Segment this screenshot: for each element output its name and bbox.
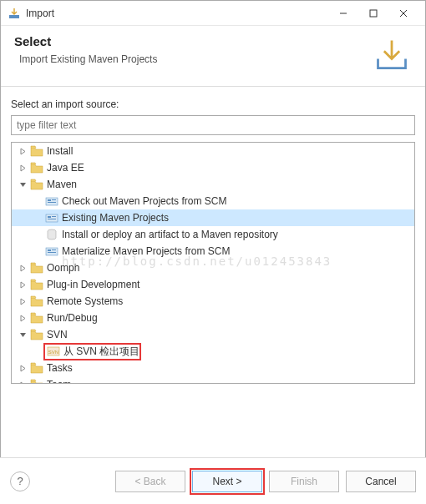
button-bar: ? < Back Next > Finish Cancel (0, 457, 426, 504)
chevron-right-icon[interactable] (17, 379, 28, 384)
tree-item-label: Remote Systems (47, 295, 123, 307)
import-source-tree[interactable]: InstallJava EEMavenCheck out Maven Proje… (11, 142, 415, 384)
tree-item[interactable]: Run/Debug (12, 310, 414, 326)
folder-icon (30, 329, 43, 340)
svg-rect-5 (46, 198, 58, 205)
tree-item-label: 从 SVN 检出项目 (63, 345, 139, 359)
folder-icon (30, 362, 43, 374)
wizard-content: Select an import source: InstallJava EEM… (1, 87, 425, 391)
tree-item-label: Materialize Maven Projects from SCM (62, 245, 230, 257)
svg-rect-14 (46, 248, 58, 255)
tree-item[interactable]: Materialize Maven Projects from SCM (12, 243, 414, 260)
tree-item[interactable]: SVN (12, 326, 414, 343)
window-title: Import (26, 8, 328, 19)
folder-icon (30, 279, 43, 290)
close-button[interactable] (388, 2, 418, 25)
source-label: Select an import source: (11, 98, 415, 110)
tree-item-label: Java EE (47, 162, 84, 174)
scm-icon (45, 195, 58, 207)
window-titlebar: Import (1, 1, 425, 26)
import-banner-icon (372, 34, 412, 74)
tree-item[interactable]: Team (12, 376, 414, 384)
folder-icon (30, 162, 43, 174)
folder-icon (30, 179, 43, 190)
tree-item[interactable]: Check out Maven Projects from SCM (12, 193, 414, 209)
import-wizard-icon (8, 7, 21, 20)
chevron-down-icon[interactable] (17, 329, 28, 340)
chevron-down-icon[interactable] (17, 179, 28, 190)
folder-icon (30, 379, 43, 384)
tree-item[interactable]: Existing Maven Projects (12, 209, 414, 226)
tree-item-label: Install (47, 145, 73, 157)
maximize-button[interactable] (358, 2, 388, 25)
tree-item-label: Maven (47, 179, 77, 190)
tree-item[interactable]: Plug-in Development (12, 276, 414, 293)
chevron-right-icon[interactable] (17, 279, 28, 290)
page-title: Select (14, 34, 157, 48)
jar-icon (45, 229, 58, 240)
tree-item-label: Run/Debug (47, 312, 98, 324)
filter-input[interactable] (11, 115, 415, 135)
tree-item-label: Oomph (47, 262, 79, 274)
tree-item-label: Tasks (47, 362, 73, 374)
scm-icon (45, 212, 58, 224)
tree-item-label: SVN (47, 329, 68, 340)
page-subtitle: Import Existing Maven Projects (14, 53, 157, 65)
svg-rect-8 (48, 202, 56, 203)
folder-icon (30, 295, 43, 307)
minimize-button[interactable] (328, 2, 358, 25)
svg-rect-9 (46, 214, 58, 222)
tree-item-label: Existing Maven Projects (62, 212, 169, 224)
tree-item[interactable]: Install (12, 143, 414, 159)
chevron-right-icon[interactable] (17, 312, 28, 324)
svg-rect-7 (52, 199, 56, 200)
svg-rect-17 (48, 252, 56, 253)
cancel-button[interactable]: Cancel (346, 471, 416, 492)
folder-icon (30, 312, 43, 324)
folder-icon (30, 262, 43, 274)
finish-button[interactable]: Finish (269, 471, 339, 492)
chevron-right-icon[interactable] (17, 145, 28, 157)
svg-rect-0 (9, 15, 19, 18)
chevron-right-icon[interactable] (17, 262, 28, 274)
tree-item[interactable]: Maven (12, 176, 414, 193)
tree-item[interactable]: Java EE (12, 159, 414, 176)
tree-item[interactable]: SVN从 SVN 检出项目 (12, 343, 414, 360)
svg-rect-2 (370, 10, 377, 17)
svg-rect-6 (48, 199, 51, 201)
svn-icon: SVN (47, 345, 60, 357)
wizard-header: Select Import Existing Maven Projects (1, 26, 425, 87)
tree-item-label: Plug-in Development (47, 279, 139, 290)
svg-rect-10 (48, 216, 51, 218)
svg-rect-12 (48, 219, 56, 219)
folder-icon (30, 145, 43, 157)
scm-icon (45, 245, 58, 257)
highlight-box: SVN从 SVN 检出项目 (43, 343, 141, 360)
svg-text:SVN: SVN (48, 350, 58, 355)
help-button[interactable]: ? (10, 471, 30, 491)
svg-rect-16 (52, 249, 56, 250)
back-button[interactable]: < Back (115, 471, 185, 492)
tree-item[interactable]: Remote Systems (12, 293, 414, 310)
chevron-right-icon[interactable] (17, 295, 28, 307)
svg-rect-11 (52, 216, 56, 217)
tree-item[interactable]: Tasks (12, 360, 414, 376)
chevron-right-icon[interactable] (17, 362, 28, 374)
svg-rect-15 (48, 249, 51, 251)
chevron-right-icon[interactable] (17, 162, 28, 174)
tree-item[interactable]: Oomph (12, 260, 414, 276)
tree-item-label: Install or deploy an artifact to a Maven… (62, 229, 278, 240)
tree-item-label: Team (47, 379, 71, 384)
next-button[interactable]: Next > (192, 471, 262, 492)
tree-item[interactable]: Install or deploy an artifact to a Maven… (12, 226, 414, 243)
tree-item-label: Check out Maven Projects from SCM (62, 195, 226, 207)
